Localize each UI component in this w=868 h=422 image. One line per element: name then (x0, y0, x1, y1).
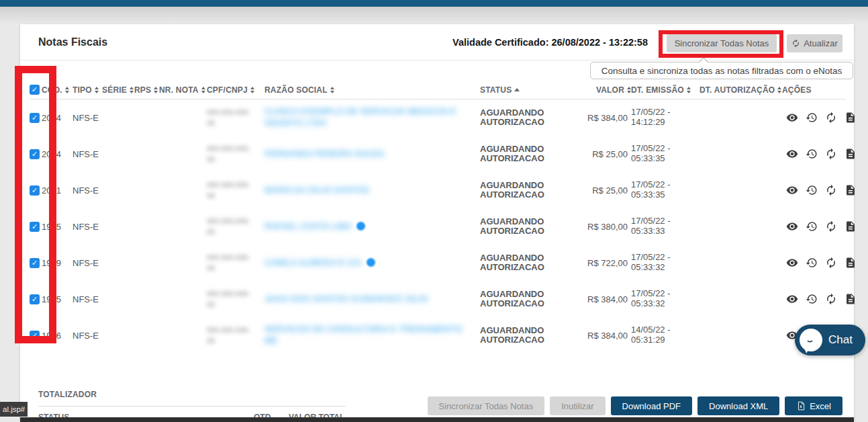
sort-icon (250, 87, 254, 93)
bottom-dark-strip (20, 417, 854, 422)
table-row: ✓ 1989 NFS-E 000.000.000- 00 CAMILA ALME… (30, 245, 846, 281)
row-dt-emissao: 17/05/22 - 05:33:35 (631, 180, 698, 200)
document-icon[interactable] (845, 112, 857, 124)
history-icon[interactable] (806, 112, 818, 124)
column-header-acoes: AÇÕES (782, 85, 846, 95)
sync-icon[interactable] (825, 112, 837, 124)
row-razao-social-link[interactable]: CAMILA ALMEIDA E CIA (264, 257, 362, 269)
sync-all-notes-button[interactable]: Sincronizar Todas Notas (667, 34, 777, 52)
row-checkbox[interactable]: ✓ (30, 113, 40, 123)
column-header-valor[interactable]: VALOR (596, 85, 631, 95)
select-all-checkbox[interactable]: ✓ (30, 85, 40, 95)
row-checkbox[interactable]: ✓ (30, 294, 40, 304)
footer-actions: Sincronizar Todas Notas Inutilizar Downl… (428, 396, 842, 415)
row-cod: 1966 (42, 331, 73, 341)
column-header-tipo[interactable]: TIPO (73, 85, 102, 95)
document-icon[interactable] (845, 220, 857, 233)
column-header-cpf-cnpj[interactable]: CPF/CNPJ (207, 85, 264, 95)
row-valor: R$ 722,00 (596, 258, 631, 268)
column-header-nr-nota[interactable]: NR. NOTA (159, 85, 207, 95)
view-icon[interactable] (786, 220, 798, 233)
row-razao-social-link[interactable]: SERVICOS DE CONSULTORIA E TREINAMENTO ME (264, 324, 475, 347)
history-icon[interactable] (806, 293, 818, 305)
row-checkbox[interactable]: ✓ (30, 258, 40, 268)
document-icon[interactable] (845, 257, 857, 269)
column-header-dt-autorizacao[interactable]: DT. AUTORIZAÇÃO (698, 85, 782, 95)
column-header-serie[interactable]: SÉRIE (102, 85, 134, 95)
footer-sync-all-button[interactable]: Sincronizar Todas Notas (428, 396, 545, 415)
inutilizar-button[interactable]: Inutilizar (550, 396, 605, 415)
view-icon[interactable] (786, 148, 798, 160)
tooltip-caret (698, 57, 709, 62)
excel-button[interactable]: Excel (785, 396, 842, 415)
view-icon[interactable] (786, 184, 798, 196)
row-dt-emissao: 17/05/22 - 05:33:33 (631, 216, 698, 237)
row-checkbox[interactable]: ✓ (30, 149, 40, 159)
column-header-cod[interactable]: COD. (42, 85, 73, 95)
row-tipo: NFS-E (73, 222, 102, 232)
row-dt-emissao: 14/05/22 - 05:31:29 (631, 325, 698, 345)
column-header-dt-emissao[interactable]: DT. EMISSÃO (631, 85, 698, 95)
tooltip-text: Consulta e sincroniza todas as notas fil… (601, 66, 842, 76)
row-tipo: NFS-E (73, 331, 102, 341)
row-cpf-cnpj-blurred: 000.000.000- 00 (207, 326, 250, 345)
sort-icon (330, 87, 334, 93)
sort-icon (65, 87, 69, 93)
row-status: AGUARDANDO AUTORIZACAO (480, 326, 596, 345)
sync-icon[interactable] (825, 148, 837, 160)
sort-icon (687, 87, 691, 93)
row-valor: R$ 384,00 (596, 113, 631, 123)
document-icon[interactable] (845, 293, 857, 305)
row-cpf-cnpj-blurred: 000.000.000- 00 (207, 181, 250, 200)
row-checkbox[interactable]: ✓ (30, 331, 40, 341)
view-icon[interactable] (786, 257, 798, 269)
document-icon[interactable] (845, 184, 857, 196)
excel-button-label: Excel (810, 401, 831, 411)
row-razao-social-link[interactable]: CLINICA EXEMPLO DE SERVICOS MEDICOS E OD… (264, 106, 475, 129)
notas-fiscais-panel: Notas Fiscais Validade Certificado: 26/0… (20, 24, 854, 422)
row-tipo: NFS-E (73, 185, 102, 196)
column-header-status[interactable]: STATUS (480, 85, 596, 95)
chat-bubble-icon (800, 329, 822, 351)
history-icon[interactable] (806, 184, 818, 196)
download-pdf-button[interactable]: Download PDF (611, 396, 692, 415)
row-tipo: NFS-E (73, 294, 102, 304)
row-tipo: NFS-E (73, 113, 102, 123)
history-icon[interactable] (806, 220, 818, 233)
sync-icon[interactable] (825, 257, 837, 269)
info-badge-icon (356, 222, 365, 230)
row-razao-social-link[interactable]: JOAO DOS SANTOS GUIMARAES SILVA (264, 294, 428, 305)
sync-icon[interactable] (825, 220, 837, 233)
row-cpf-cnpj-blurred: 000.000.000- 00 (207, 290, 250, 308)
sort-icon (95, 87, 99, 93)
row-cpf-cnpj-blurred: 000.000.000- 00 (207, 217, 250, 236)
view-icon[interactable] (786, 293, 798, 305)
column-header-rps[interactable]: RPS (134, 85, 159, 95)
row-cpf-cnpj-blurred: 000.000.000- 00 (207, 253, 250, 272)
info-badge-icon (367, 258, 375, 267)
row-dt-emissao: 17/05/22 - 05:33:35 (631, 144, 698, 164)
download-xml-button[interactable]: Download XML (697, 396, 779, 415)
row-checkbox[interactable]: ✓ (30, 222, 40, 232)
row-valor: R$ 384,00 (596, 331, 631, 341)
row-razao-social-link[interactable]: MARIA DA SILVA SANTOS (264, 185, 369, 196)
chat-button[interactable]: Chat (795, 325, 865, 355)
sort-icon (777, 87, 781, 93)
refresh-button[interactable]: Atualizar (787, 34, 842, 52)
row-checkbox[interactable]: ✓ (30, 185, 40, 196)
row-valor: R$ 25,00 (596, 149, 631, 159)
sync-icon[interactable] (825, 293, 837, 305)
sync-icon[interactable] (825, 184, 837, 196)
column-header-razao-social[interactable]: RAZÃO SOCIAL (264, 85, 480, 95)
excel-file-icon (796, 401, 806, 411)
row-cpf-cnpj-blurred: 000.000.000- 00 (207, 108, 250, 127)
refresh-button-label: Atualizar (804, 38, 838, 48)
history-icon[interactable] (806, 148, 818, 160)
document-icon[interactable] (845, 148, 857, 160)
select-all-checkbox-cell: ✓ (30, 85, 42, 95)
view-icon[interactable] (786, 112, 798, 124)
row-status: AGUARDANDO AUTORIZACAO (480, 253, 596, 272)
row-razao-social-link[interactable]: FERNANDA PEREIRA SOUZA (264, 149, 385, 160)
row-razao-social-link[interactable]: RAFAEL COSTA LIMA (264, 221, 352, 233)
history-icon[interactable] (806, 257, 818, 269)
